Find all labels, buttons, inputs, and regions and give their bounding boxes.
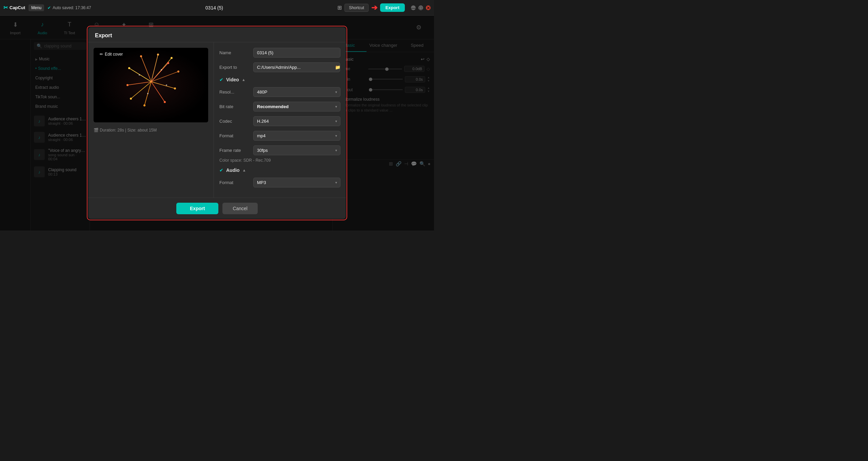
top-bar: ✂ CapCut Menu ✔ Auto saved: 17:36:47 031… <box>0 0 434 16</box>
format-label: Format <box>219 133 250 138</box>
svg-point-25 <box>139 74 140 76</box>
maximize-button[interactable]: □ <box>418 5 423 10</box>
audio-format-row: Format MP3 AAC <box>219 178 340 187</box>
audio-format-select-wrapper: MP3 AAC <box>253 178 340 187</box>
audio-collapse-icon[interactable]: ▲ <box>242 168 246 172</box>
resolution-row: Resol... 480P 720P 1080P <box>219 87 340 97</box>
modal-settings: Name Export to 📁 ✔ Video ▲ <box>214 42 346 198</box>
frame-rate-row: Frame rate 30fps 24fps 60fps <box>219 145 340 155</box>
svg-point-16 <box>130 98 132 100</box>
auto-saved-text: Auto saved: 17:36:47 <box>53 5 91 10</box>
export-to-label: Export to <box>219 65 250 70</box>
app-name: CapCut <box>9 5 25 10</box>
layout-icon[interactable]: ⊞ <box>337 4 342 11</box>
duration-size-info: 🎬 Duration: 28s | Size: about 15M <box>94 122 208 135</box>
codec-label: Codec <box>219 119 250 124</box>
codec-select-wrapper: H.264 H.265 <box>253 116 340 126</box>
svg-point-15 <box>143 104 145 106</box>
codec-row: Codec H.264 H.265 <box>219 116 340 126</box>
frame-rate-select[interactable]: 30fps 24fps 60fps <box>253 145 340 155</box>
logo-icon: ✂ <box>3 4 8 11</box>
red-arrow-icon: ➔ <box>371 3 377 12</box>
window-controls: — □ ✕ <box>411 5 431 10</box>
audio-section-label: Audio <box>226 167 240 173</box>
svg-point-21 <box>167 62 169 64</box>
audio-section-header: ✔ Audio ▲ <box>219 167 340 173</box>
fireworks-svg <box>94 48 208 119</box>
resolution-select[interactable]: 480P 720P 1080P <box>253 87 340 97</box>
video-section-header: ✔ Video ▲ <box>219 77 340 82</box>
svg-point-23 <box>147 93 149 94</box>
logo: ✂ CapCut <box>3 4 25 11</box>
svg-point-18 <box>128 67 130 69</box>
audio-format-label: Format <box>219 180 250 185</box>
svg-point-22 <box>161 69 162 71</box>
name-label: Name <box>219 50 250 55</box>
audio-format-select[interactable]: MP3 AAC <box>253 178 340 187</box>
svg-point-19 <box>140 55 142 57</box>
video-collapse-icon[interactable]: ▲ <box>242 78 245 82</box>
modal-overlay: Export <box>0 16 434 230</box>
bit-rate-select-wrapper: Recommended Low High <box>253 102 340 112</box>
modal-footer: Export Cancel <box>88 198 346 219</box>
video-section-label: Video <box>226 77 239 82</box>
bit-rate-label: Bit rate <box>219 104 250 109</box>
svg-point-20 <box>157 54 159 56</box>
project-title: 0314 (5) <box>95 5 334 11</box>
format-select[interactable]: mp4 mov <box>253 131 340 141</box>
svg-point-24 <box>166 84 167 86</box>
svg-point-12 <box>177 71 179 73</box>
close-button[interactable]: ✕ <box>426 5 431 10</box>
edit-cover-label: Edit cover <box>105 52 123 57</box>
top-right-controls: ⊞ Shortcut ➔ Export — □ ✕ <box>337 3 431 12</box>
export-top-button[interactable]: Export <box>380 3 405 12</box>
format-select-wrapper: mp4 mov <box>253 131 340 141</box>
menu-button[interactable]: Menu <box>28 4 44 11</box>
resolution-label: Resol... <box>219 89 250 95</box>
modal-export-button[interactable]: Export <box>176 203 218 214</box>
duration-size-text: Duration: 28s | Size: about 15M <box>100 128 157 133</box>
codec-select[interactable]: H.264 H.265 <box>253 116 340 126</box>
preview-image: ✏ Edit cover <box>94 48 208 122</box>
bit-rate-row: Bit rate Recommended Low High <box>219 102 340 112</box>
resolution-select-wrapper: 480P 720P 1080P <box>253 87 340 97</box>
pencil-icon: ✏ <box>100 52 103 57</box>
auto-saved-indicator: ✔ Auto saved: 17:36:47 <box>47 5 91 10</box>
svg-point-17 <box>126 84 129 86</box>
video-check-icon[interactable]: ✔ <box>219 77 223 82</box>
export-to-input[interactable] <box>253 62 340 72</box>
svg-point-14 <box>164 101 166 103</box>
audio-check-icon[interactable]: ✔ <box>219 167 223 173</box>
check-icon: ✔ <box>47 5 51 10</box>
frame-rate-select-wrapper: 30fps 24fps 60fps <box>253 145 340 155</box>
minimize-button[interactable]: — <box>411 5 416 10</box>
name-input[interactable] <box>253 48 340 58</box>
modal-body: ✏ Edit cover 🎬 Duration: 28s | Size: abo… <box>88 42 346 198</box>
svg-line-7 <box>129 68 151 82</box>
edit-cover-button[interactable]: ✏ Edit cover <box>96 51 126 58</box>
modal-title: Export <box>95 33 112 38</box>
name-row: Name <box>219 48 340 58</box>
modal-preview: ✏ Edit cover 🎬 Duration: 28s | Size: abo… <box>88 42 214 198</box>
format-row: Format mp4 mov <box>219 131 340 141</box>
svg-line-8 <box>141 56 151 82</box>
film-icon: 🎬 <box>94 128 99 133</box>
export-modal: Export <box>88 27 346 219</box>
color-space-text: Color space: SDR - Rec.709 <box>219 158 340 163</box>
frame-rate-label: Frame rate <box>219 148 250 153</box>
bit-rate-select[interactable]: Recommended Low High <box>253 102 340 112</box>
svg-point-13 <box>174 87 176 89</box>
svg-point-11 <box>171 57 173 59</box>
shortcut-button[interactable]: Shortcut <box>344 4 369 12</box>
folder-icon[interactable]: 📁 <box>335 65 340 70</box>
modal-cancel-button[interactable]: Cancel <box>222 203 258 214</box>
export-to-row: Export to 📁 <box>219 62 340 72</box>
export-modal-border: Export <box>87 26 347 220</box>
modal-header: Export <box>88 27 346 42</box>
